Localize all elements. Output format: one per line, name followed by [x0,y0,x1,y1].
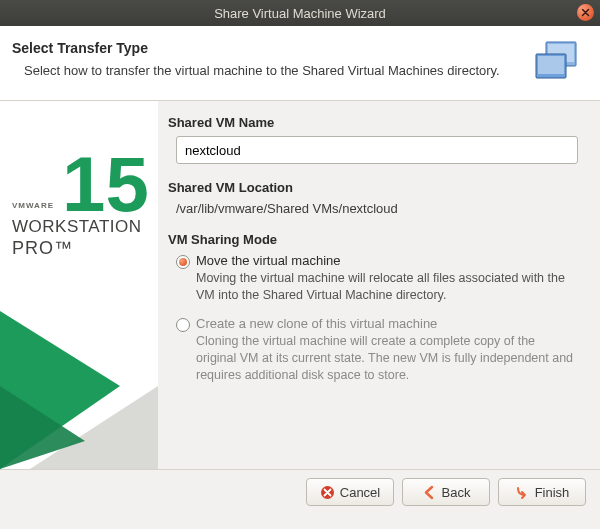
radio-icon [176,255,190,269]
version-number: 15 [62,140,149,228]
sidebar-branding: 15 VMWARE WORKSTATION PRO™ [0,101,158,469]
radio-icon [176,318,190,332]
cancel-button[interactable]: Cancel [306,478,394,506]
close-button[interactable] [577,4,594,21]
finish-arrow-icon [515,485,530,500]
vm-name-label: Shared VM Name [168,115,578,130]
svg-text:WORKSTATION: WORKSTATION [12,217,142,236]
svg-text:VMWARE: VMWARE [12,201,54,210]
titlebar: Share Virtual Machine Wizard [0,0,600,26]
vm-location-value: /var/lib/vmware/Shared VMs/nextcloud [176,201,578,216]
back-arrow-icon [422,485,437,500]
wizard-header: Select Transfer Type Select how to trans… [0,26,600,101]
radio-move-title: Move the virtual machine [196,253,578,268]
header-subtext: Select how to transfer the virtual machi… [24,62,522,80]
cancel-label: Cancel [340,485,380,500]
vm-location-label: Shared VM Location [168,180,578,195]
finish-button[interactable]: Finish [498,478,586,506]
wizard-form: Shared VM Name Shared VM Location /var/l… [158,101,600,469]
back-label: Back [442,485,471,500]
wizard-footer: Cancel Back Finish [0,469,600,514]
svg-rect-3 [538,56,564,74]
radio-option-clone[interactable]: Create a new clone of this virtual machi… [176,316,578,384]
radio-clone-title: Create a new clone of this virtual machi… [196,316,578,331]
share-vm-icon [532,40,582,86]
radio-option-move[interactable]: Move the virtual machine Moving the virt… [176,253,578,304]
vm-name-input[interactable] [176,136,578,164]
radio-clone-desc: Cloning the virtual machine will create … [196,333,578,384]
wizard-content: 15 VMWARE WORKSTATION PRO™ Shared VM Nam… [0,101,600,469]
radio-move-desc: Moving the virtual machine will relocate… [196,270,578,304]
header-heading: Select Transfer Type [12,40,522,56]
back-button[interactable]: Back [402,478,490,506]
sharing-mode-label: VM Sharing Mode [168,232,578,247]
window-title: Share Virtual Machine Wizard [214,6,386,21]
close-icon [581,8,590,17]
cancel-icon [320,485,335,500]
finish-label: Finish [535,485,570,500]
svg-text:PRO™: PRO™ [12,238,73,258]
